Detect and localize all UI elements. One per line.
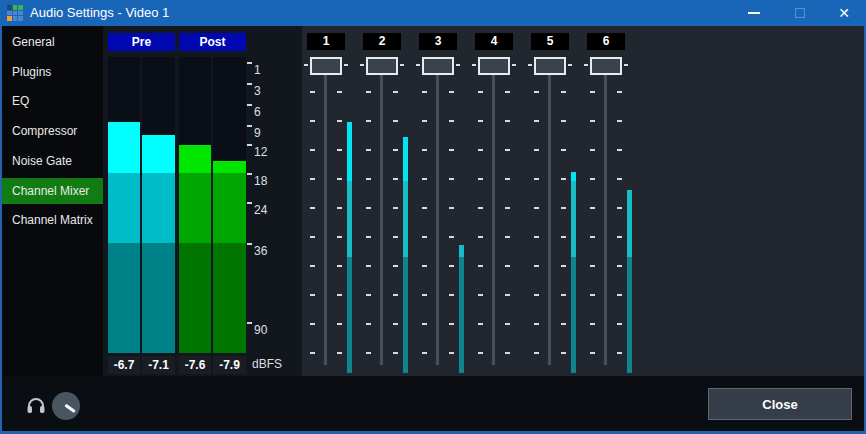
channel-2-tick-right-5 [393,207,398,209]
channel-5-tick-left-6 [534,236,539,238]
level-meter-post-left [179,57,211,353]
sidebar-item-general[interactable]: General [0,29,103,55]
channel-1-tick-right-8 [337,294,342,296]
channel-4-tick-left-1 [478,91,483,93]
channel-4-tick-left-10 [478,352,483,354]
window-border-left [0,26,2,434]
pre-header: Pre [108,33,175,51]
channel-5-tick-left-7 [534,265,539,267]
channel-4-tick-right-2 [505,120,510,122]
scale-label-18: 18 [254,174,267,188]
channel-2-handle-dash-left [360,64,364,66]
knob-indicator [64,404,76,413]
channel-3-slider-handle[interactable] [422,57,454,75]
channel-5-slider-track[interactable] [548,59,551,365]
channel-3-tick-right-6 [449,236,454,238]
headphone-volume-knob[interactable] [52,392,80,420]
scale-tick-12 [247,144,252,146]
app-icon-square-2 [18,5,23,10]
sidebar-item-channel-mixer[interactable]: Channel Mixer [0,178,103,204]
channel-3-tick-right-2 [449,120,454,122]
scale-label-3: 3 [254,84,261,98]
channel-6-tick-left-3 [590,149,595,151]
channel-2-slider-handle[interactable] [366,57,398,75]
meter-value-pre-0: -6.7 [108,356,140,374]
app-icon-square-3 [7,11,12,16]
channel-5-tick-right-2 [561,120,566,122]
channel-2-tick-right-6 [393,236,398,238]
maximize-button[interactable] [778,0,822,26]
meter-value-pre-1: -7.1 [142,356,175,374]
channel-6-slider-handle[interactable] [590,57,622,75]
channel-4-slider-track[interactable] [492,59,495,365]
channel-5-tick-right-1 [561,91,566,93]
scale-tick-24 [247,202,252,204]
meter-unlit-area [213,57,246,161]
channel-5-handle-dash-left [528,64,532,66]
sidebar-item-eq[interactable]: EQ [0,88,103,114]
pre-header-label: Pre [132,35,151,49]
channel-3-slider-track[interactable] [436,59,439,365]
channel-5-slider-handle[interactable] [534,57,566,75]
channel-2-tick-left-4 [366,178,371,180]
channel-3-tick-left-2 [422,120,427,122]
channel-5-tick-right-6 [561,236,566,238]
sidebar-item-channel-matrix[interactable]: Channel Matrix [0,207,103,233]
channel-3-tick-right-5 [449,207,454,209]
close-button[interactable]: Close [708,388,852,420]
channel-2-tick-left-5 [366,207,371,209]
channel-5-tick-right-10 [561,352,566,354]
app-icon-square-4 [13,11,18,16]
channel-6-slider-track[interactable] [604,59,607,365]
channel-4-tick-right-10 [505,352,510,354]
app-icon [7,5,23,21]
sidebar-item-noise-gate[interactable]: Noise Gate [0,148,103,174]
channel-4-slider-handle[interactable] [478,57,510,75]
scale-label-36: 36 [254,244,267,258]
minimize-button[interactable] [732,0,776,26]
channel-2-slider-track[interactable] [380,59,383,365]
channel-1-slider-track[interactable] [324,59,327,365]
sidebar-item-compressor[interactable]: Compressor [0,118,103,144]
channel-6-tick-right-5 [617,207,622,209]
channel-1-tick-right-3 [337,149,342,151]
channel-1-level-meter [347,122,352,373]
close-window-button[interactable]: ✕ [822,0,866,26]
channel-1-tick-left-1 [310,91,315,93]
channel-5-handle-dash-right [568,64,572,66]
level-meter-post-right [213,57,246,353]
channel-3-handle-dash-right [456,64,460,66]
channel-2-tick-left-3 [366,149,371,151]
scale-label-9: 9 [254,126,261,140]
headphones-icon[interactable] [26,397,46,414]
channel-4-header: 4 [475,33,513,50]
channel-1-tick-left-8 [310,294,315,296]
dbfs-label: dBFS [252,357,282,371]
pre-post-meter-panel: Pre Post dBFS -6.7-7.1-7.6-7.91369121824… [103,26,302,376]
channel-1-tick-right-6 [337,236,342,238]
channel-1-tick-left-10 [310,352,315,354]
channel-3-level-meter [459,245,464,373]
channel-1-slider-handle[interactable] [310,57,342,75]
channel-2-tick-right-2 [393,120,398,122]
scale-label-6: 6 [254,105,261,119]
window-title: Audio Settings - Video 1 [30,0,169,26]
channel-6-tick-right-2 [617,120,622,122]
channel-1-tick-right-1 [337,91,342,93]
maximize-icon [795,8,805,18]
sidebar-item-plugins[interactable]: Plugins [0,59,103,85]
meter-value-post-2: -7.6 [179,356,211,374]
app-icon-square-0 [7,5,12,10]
channel-1-tick-right-4 [337,178,342,180]
channel-5-tick-left-3 [534,149,539,151]
channel-4-handle-dash-left [472,64,476,66]
channel-6-tick-right-7 [617,265,622,267]
level-meter-pre-left [108,57,140,353]
channel-1-tick-left-5 [310,207,315,209]
channel-6-tick-left-9 [590,323,595,325]
app-icon-square-8 [18,16,23,21]
channel-1-tick-left-2 [310,120,315,122]
channel-3-tick-right-1 [449,91,454,93]
channel-2-level-meter [403,137,408,373]
channel-2-tick-right-10 [393,352,398,354]
